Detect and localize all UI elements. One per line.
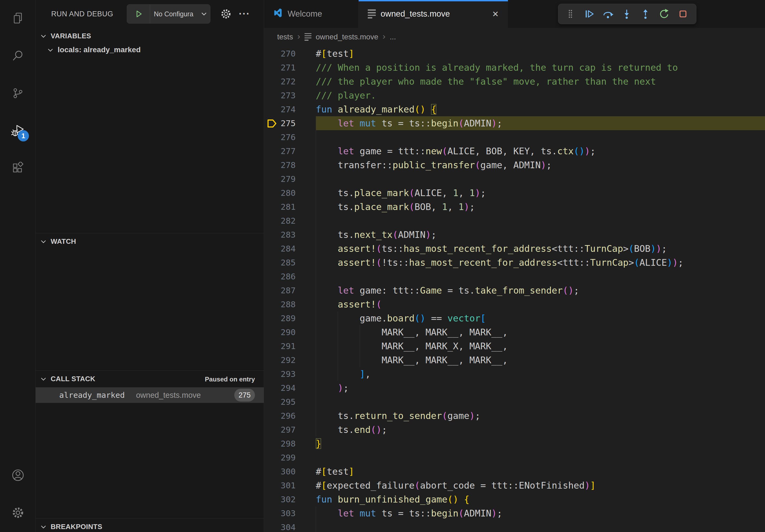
code-line[interactable]: 280 ts.place_mark(ALICE, 1, 1); xyxy=(264,186,765,200)
code-line[interactable]: 295 xyxy=(264,395,765,409)
sidebar-item-run-and-debug[interactable]: 1 xyxy=(0,113,36,150)
code-line[interactable]: 286 xyxy=(264,269,765,283)
manage-button[interactable] xyxy=(0,494,36,532)
line-number[interactable]: 295 xyxy=(264,395,296,409)
code-line[interactable]: 274fun already_marked() { xyxy=(264,102,765,116)
sidebar-item-explorer[interactable] xyxy=(0,0,36,38)
line-number[interactable]: 290 xyxy=(264,325,296,339)
account-button[interactable] xyxy=(0,457,36,494)
line-number[interactable]: 292 xyxy=(264,353,296,367)
code-line[interactable]: 283 ts.next_tx(ADMIN); xyxy=(264,228,765,242)
code-line[interactable]: 287 let game: ttt::Game = ts.take_from_s… xyxy=(264,283,765,297)
line-number[interactable]: 272 xyxy=(264,75,296,89)
toolbar-drag-handle-icon[interactable] xyxy=(561,5,580,23)
breadcrumb-item-symbol[interactable]: ... xyxy=(390,33,396,41)
code-line[interactable]: 277 let game = ttt::new(ALICE, BOB, KEY,… xyxy=(264,144,765,158)
code-line[interactable]: 299 xyxy=(264,450,765,464)
debug-settings-gear-icon[interactable] xyxy=(220,8,232,21)
code-line[interactable]: 272/// the player who made the "false" m… xyxy=(264,75,765,89)
launch-config-dropdown[interactable]: No Configura xyxy=(127,4,211,24)
line-number[interactable]: 286 xyxy=(264,269,296,283)
code-line[interactable]: 292 MARK__, MARK__, MARK__, xyxy=(264,353,765,367)
breadcrumb-item-file[interactable]: owned_tests.move xyxy=(316,33,378,41)
restart-button[interactable] xyxy=(655,5,674,23)
line-number[interactable]: 297 xyxy=(264,423,296,437)
step-into-button[interactable] xyxy=(617,5,636,23)
code-line[interactable]: 275 let mut ts = ts::begin(ADMIN); xyxy=(264,116,765,130)
line-number[interactable]: 282 xyxy=(264,214,296,228)
start-debug-button[interactable] xyxy=(127,5,150,23)
code-line[interactable]: 285 assert!(!ts::has_most_recent_for_add… xyxy=(264,256,765,269)
code-line[interactable]: 291 MARK__, MARK_X, MARK__, xyxy=(264,339,765,353)
variables-header[interactable]: VARIABLES xyxy=(36,30,264,42)
line-number[interactable]: 288 xyxy=(264,297,296,311)
line-number[interactable]: 301 xyxy=(264,478,296,492)
line-number[interactable]: 300 xyxy=(264,464,296,478)
line-number[interactable]: 298 xyxy=(264,437,296,450)
code-line[interactable]: 304 xyxy=(264,520,765,532)
code-line[interactable]: 279 xyxy=(264,172,765,186)
line-number[interactable]: 294 xyxy=(264,381,296,395)
code-line[interactable]: 297 ts.end(); xyxy=(264,423,765,437)
stop-button[interactable] xyxy=(674,5,692,23)
code-line[interactable]: 293 ], xyxy=(264,367,765,381)
close-icon[interactable]: ✕ xyxy=(492,9,499,19)
code-line[interactable]: 278 transfer::public_transfer(game, ADMI… xyxy=(264,158,765,172)
code-line[interactable]: 296 ts.return_to_sender(game); xyxy=(264,409,765,423)
code-line[interactable]: 298} xyxy=(264,437,765,450)
line-number[interactable]: 281 xyxy=(264,200,296,214)
code-line[interactable]: 273/// player. xyxy=(264,89,765,102)
more-actions-icon[interactable]: ··· xyxy=(239,0,250,28)
line-number[interactable]: 278 xyxy=(264,158,296,172)
line-number[interactable]: 276 xyxy=(264,130,296,144)
line-number[interactable]: 289 xyxy=(264,311,296,325)
sidebar-item-source-control[interactable] xyxy=(0,75,36,113)
code-line[interactable]: 282 xyxy=(264,214,765,228)
continue-button[interactable] xyxy=(580,5,598,23)
step-over-button[interactable] xyxy=(598,5,617,23)
line-number[interactable]: 303 xyxy=(264,506,296,520)
line-number[interactable]: 285 xyxy=(264,256,296,269)
code-line[interactable]: 289 game.board() == vector[ xyxy=(264,311,765,325)
line-number[interactable]: 296 xyxy=(264,409,296,423)
code-line[interactable]: 271/// When a position is already marked… xyxy=(264,61,765,75)
code-line[interactable]: 301#[expected_failure(abort_code = ttt::… xyxy=(264,478,765,492)
tab-welcome[interactable]: Welcome xyxy=(264,0,359,28)
line-number[interactable]: 287 xyxy=(264,283,296,297)
code-line[interactable]: 300#[test] xyxy=(264,464,765,478)
line-number[interactable]: 279 xyxy=(264,172,296,186)
step-out-button[interactable] xyxy=(636,5,655,23)
line-number[interactable]: 271 xyxy=(264,61,296,75)
code-line[interactable]: 270#[test] xyxy=(264,47,765,61)
breadcrumb-item-tests[interactable]: tests xyxy=(277,33,293,41)
line-number[interactable]: 270 xyxy=(264,47,296,61)
sidebar-item-extensions[interactable] xyxy=(0,150,36,187)
code-line-text: ts.end(); xyxy=(316,423,765,437)
sidebar-item-search[interactable] xyxy=(0,38,36,75)
line-number[interactable]: 277 xyxy=(264,144,296,158)
line-number[interactable]: 273 xyxy=(264,89,296,102)
tab-owned-tests-move[interactable]: owned_tests.move ✕ xyxy=(359,0,508,28)
line-number[interactable]: 274 xyxy=(264,102,296,116)
code-editor[interactable]: 270#[test]271/// When a position is alre… xyxy=(264,46,765,532)
code-line[interactable]: 302fun burn_unfinished_game() { xyxy=(264,492,765,506)
code-line[interactable]: 281 ts.place_mark(BOB, 1, 1); xyxy=(264,200,765,214)
breakpoints-header[interactable]: BREAKPOINTS xyxy=(36,520,264,532)
line-number[interactable]: 304 xyxy=(264,520,296,532)
line-number[interactable]: 280 xyxy=(264,186,296,200)
variables-scope-locals[interactable]: locals: already_marked xyxy=(36,42,264,57)
line-number[interactable]: 299 xyxy=(264,450,296,464)
watch-header[interactable]: WATCH xyxy=(36,235,264,248)
line-number[interactable]: 291 xyxy=(264,339,296,353)
stack-frame-row[interactable]: already_marked owned_tests.move 275 xyxy=(36,387,264,403)
line-number[interactable]: 293 xyxy=(264,367,296,381)
line-number[interactable]: 283 xyxy=(264,228,296,242)
line-number[interactable]: 302 xyxy=(264,492,296,506)
line-number[interactable]: 284 xyxy=(264,242,296,256)
code-line[interactable]: 288 assert!( xyxy=(264,297,765,311)
code-line[interactable]: 290 MARK__, MARK__, MARK__, xyxy=(264,325,765,339)
code-line[interactable]: 303 let mut ts = ts::begin(ADMIN); xyxy=(264,506,765,520)
code-line[interactable]: 294 ); xyxy=(264,381,765,395)
code-line[interactable]: 284 assert!(ts::has_most_recent_for_addr… xyxy=(264,242,765,256)
code-line[interactable]: 276 xyxy=(264,130,765,144)
